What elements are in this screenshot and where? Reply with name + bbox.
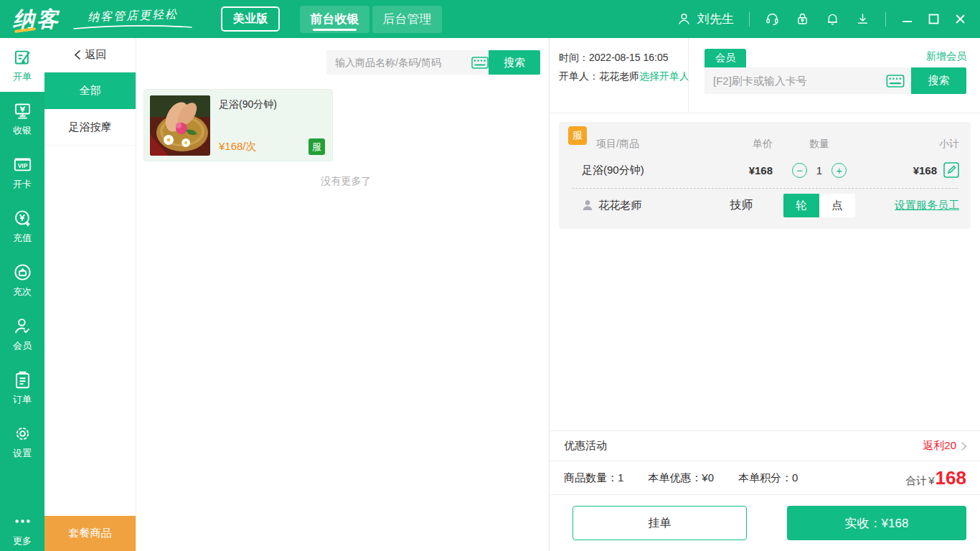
- sidebar-item-label: 开卡: [13, 178, 32, 191]
- close-button[interactable]: [954, 14, 966, 25]
- lock-icon[interactable]: [795, 11, 810, 27]
- download-icon[interactable]: [855, 11, 870, 27]
- member-tab[interactable]: 会员: [705, 49, 746, 67]
- sidebar-item-label: 开单: [13, 70, 32, 83]
- member-card-field: [705, 67, 911, 94]
- choose-operator-link[interactable]: 选择开单人: [639, 67, 689, 85]
- cart-item-name: 足浴(90分钟): [570, 164, 710, 177]
- set-service-staff-link[interactable]: 设置服务员工: [895, 199, 959, 211]
- settings-gear-icon: [13, 424, 32, 443]
- time-label: 时间：: [559, 48, 589, 67]
- back-button[interactable]: 返回: [44, 38, 136, 72]
- new-member-link[interactable]: 新增会员: [926, 50, 966, 63]
- totals-row: 商品数量：1 本单优惠：¥0 本单积分：0 合计 ¥ 168: [550, 461, 980, 494]
- category-item-all[interactable]: 全部: [44, 72, 136, 109]
- toggle-round-option[interactable]: 轮: [783, 194, 819, 217]
- tab-back-management[interactable]: 后台管理: [372, 6, 442, 33]
- sidebar-item-label: 收银: [13, 124, 32, 137]
- points-summary: 本单积分：0: [738, 471, 798, 485]
- sidebar-item-label: 更多: [13, 534, 32, 547]
- operator-value: 花花老师: [599, 67, 639, 85]
- col-header-quantity: 数量: [773, 138, 866, 151]
- chevron-left-icon: [74, 50, 81, 60]
- svg-text:VIP: VIP: [17, 162, 27, 169]
- increase-quantity-button[interactable]: +: [831, 163, 847, 178]
- cart-card: 服 项目/商品 单价 数量 小计 足浴(90分钟) ¥168 − 1 + ¥16…: [559, 122, 971, 229]
- product-image: [150, 95, 210, 156]
- col-header-item: 项目/商品: [570, 138, 710, 151]
- more-dots-icon: [13, 512, 32, 531]
- operator-label: 开单人：: [559, 67, 599, 85]
- service-type-badge: 服: [308, 138, 325, 155]
- edit-item-icon[interactable]: [943, 162, 959, 178]
- product-search-group: 搜索: [326, 50, 540, 75]
- username: 刘先生: [697, 11, 734, 27]
- package-products-button[interactable]: 套餐商品: [44, 516, 136, 551]
- product-name: 足浴(90分钟): [219, 98, 325, 111]
- sidebar-item-members[interactable]: 会员: [0, 307, 44, 361]
- sidebar-item-open-order[interactable]: 开单: [0, 38, 44, 92]
- tab-front-cashier[interactable]: 前台收银: [300, 6, 369, 33]
- staff-role: 技师: [710, 198, 773, 213]
- member-search-button[interactable]: 搜索: [911, 67, 966, 94]
- no-more-text: 没有更多了: [143, 175, 549, 188]
- sidebar-item-settings[interactable]: 设置: [0, 415, 44, 468]
- quantity-stepper: − 1 +: [773, 163, 866, 178]
- sidebar-item-recharge-times[interactable]: 充次: [0, 253, 44, 307]
- promo-row: 优惠活动 返利20: [550, 430, 980, 461]
- staff-name: 花花老师: [598, 199, 641, 212]
- sidebar-item-vip-card[interactable]: VIP 开卡: [0, 146, 44, 199]
- product-card-foot-bath[interactable]: 足浴(90分钟) ¥168/次 服: [143, 89, 333, 161]
- maximize-button[interactable]: [928, 14, 939, 25]
- staff-assign-toggle: 轮 点: [783, 194, 855, 217]
- category-panel: 返回 全部 足浴按摩 套餐商品: [44, 38, 136, 551]
- chevron-right-icon: [961, 441, 967, 451]
- vip-card-icon: VIP: [13, 155, 32, 174]
- total-amount: 168: [936, 468, 966, 487]
- decrease-quantity-button[interactable]: −: [792, 163, 807, 178]
- sidebar-item-label: 会员: [13, 339, 32, 352]
- time-value: 2022-08-15 16:05: [589, 48, 669, 67]
- member-section: 会员 新增会员 搜索: [688, 38, 980, 113]
- back-label: 返回: [85, 48, 107, 62]
- sidebar-item-more[interactable]: 更多: [0, 508, 44, 551]
- promo-detail-link[interactable]: 返利20: [923, 439, 967, 453]
- slogan: 纳客管店更轻松: [72, 9, 194, 30]
- product-search-input[interactable]: [326, 57, 465, 68]
- member-card-input[interactable]: [705, 75, 880, 87]
- cart-item-subtotal: ¥168: [913, 164, 937, 176]
- support-headset-icon[interactable]: [765, 11, 780, 27]
- minimize-button[interactable]: [901, 14, 913, 25]
- toggle-assign-option[interactable]: 点: [819, 194, 855, 217]
- cart-item-row: 足浴(90分钟) ¥168 − 1 + ¥168: [570, 162, 959, 178]
- cart-item-quantity: 1: [816, 164, 822, 176]
- user-icon: [677, 11, 692, 27]
- sidebar-item-orders[interactable]: 订单: [0, 361, 44, 415]
- hold-order-button[interactable]: 挂单: [573, 506, 747, 540]
- sidebar-item-cashier[interactable]: 收银: [0, 92, 44, 146]
- divider: [749, 12, 750, 27]
- edition-button[interactable]: 美业版: [221, 6, 280, 32]
- category-item-foot-massage[interactable]: 足浴按摩: [44, 109, 136, 146]
- pay-button[interactable]: 实收：¥168: [787, 506, 966, 540]
- current-user[interactable]: 刘先生: [677, 11, 734, 27]
- recharge-icon: [13, 209, 32, 228]
- slogan-underline: [72, 25, 194, 30]
- promo-label: 优惠活动: [564, 439, 607, 453]
- total-currency: ¥: [928, 474, 934, 486]
- sidebar-item-label: 订单: [13, 393, 32, 406]
- order-total: 合计 ¥ 168: [905, 468, 966, 488]
- logo-text: 纳客: [13, 9, 60, 30]
- promo-value: 返利20: [923, 439, 956, 453]
- sidebar-item-recharge[interactable]: 充值: [0, 199, 44, 253]
- product-search-button[interactable]: 搜索: [489, 50, 540, 75]
- app-logo: 纳客: [13, 9, 60, 30]
- cashier-icon: [13, 101, 32, 121]
- keyboard-icon[interactable]: [886, 75, 905, 88]
- product-area: 搜索: [136, 38, 549, 551]
- notification-bell-icon[interactable]: [825, 11, 840, 27]
- member-icon: [13, 316, 32, 336]
- keyboard-icon[interactable]: [471, 57, 489, 69]
- staff-person-icon: [582, 199, 593, 211]
- recharge-times-icon: [13, 263, 32, 282]
